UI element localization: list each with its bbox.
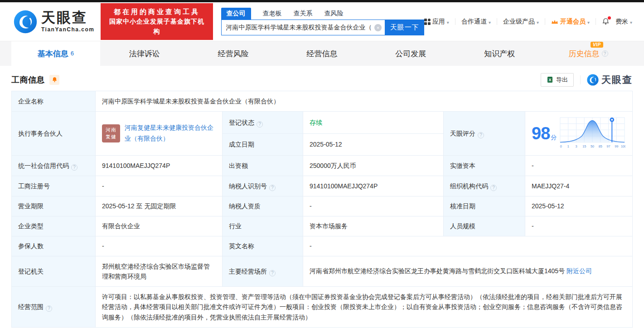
reg-status-label-text: 登记状态: [229, 119, 254, 126]
reg-status-value: 存续: [303, 112, 444, 134]
help-icon[interactable]: [602, 50, 608, 57]
executive-partner-label: 执行事务合伙人: [12, 112, 96, 156]
company-name-label: 企业名称: [12, 91, 96, 112]
approval-date-label: 核准日期: [444, 196, 525, 216]
notifications-bell[interactable]: [602, 18, 610, 25]
help-icon[interactable]: [490, 185, 497, 191]
chevron-down-icon: [587, 18, 590, 25]
reg-authority-label: 登记机关: [12, 256, 96, 287]
business-address-value: 河南省郑州市航空港经济综合实验区龙王办事处黄海路与雪鹤北街交叉口医科城大厦140…: [310, 267, 565, 275]
search-area: 查公司 查老板 查关系 查风险 天眼一下: [221, 8, 424, 35]
staff-size-label: 人员规模: [444, 216, 525, 236]
nav-channel-label: 合作通道: [461, 18, 487, 26]
search-tab-risk[interactable]: 查风险: [324, 10, 344, 20]
nav-divider: [497, 18, 497, 25]
score-unit: 分: [551, 133, 557, 142]
nav-open-vip[interactable]: 开通会员: [551, 18, 590, 26]
chevron-down-icon: [447, 18, 449, 25]
nav-user[interactable]: 费米: [615, 18, 632, 26]
taxpayer-id-label-text: 纳税人识别号: [229, 182, 267, 190]
business-address-cell: 河南省郑州市航空港经济综合实验区龙王办事处黄海路与雪鹤北街交叉口医科城大厦140…: [303, 256, 633, 287]
excel-icon: X: [547, 76, 553, 83]
tianyancha-logo-icon: [14, 10, 37, 34]
english-name-value: -: [303, 236, 633, 256]
taxpayer-id-label: 纳税人识别号: [223, 176, 303, 196]
company-type-value: 有限合伙企业: [96, 216, 223, 236]
tab-operation-risk[interactable]: 经营风险: [189, 41, 278, 66]
nav-enterprise[interactable]: 企业级产品: [503, 18, 539, 26]
tianyancha-logo-icon: [587, 74, 599, 86]
taxpayer-quality-value: -: [303, 196, 444, 216]
site-header: 天眼查 TianYanCha.com 都在用的商业查询工具 国家中小企业发展子基…: [0, 2, 644, 41]
company-name-value: 河南中原医学科学城星未来股权投资基金合伙企业（有限合伙）: [96, 91, 633, 112]
search-button[interactable]: 天眼一下: [385, 20, 424, 35]
search-input-wrap: [221, 20, 385, 35]
header-nav: 应用 合作通道 企业级产品 开通会员: [424, 18, 632, 26]
tab-history-info[interactable]: 历史信息 VIP: [544, 41, 633, 66]
watermark-logo: 天眼查: [587, 74, 633, 86]
partner-company-link[interactable]: 河南复健星未来健康投资合伙企业（有限合伙）: [125, 123, 216, 144]
notification-dot: [608, 16, 611, 20]
nav-divider: [545, 18, 545, 25]
business-address-label-text: 主要经营场所: [229, 268, 267, 275]
tab-legal[interactable]: 法律诉讼: [100, 41, 189, 66]
insured-count-label: 参保人数: [12, 236, 96, 256]
export-button[interactable]: X 导出: [541, 73, 574, 87]
help-icon[interactable]: [71, 164, 77, 171]
business-term-value: 2025-05-12 至 无固定期限: [96, 196, 223, 216]
search-tab-relation[interactable]: 查关系: [294, 10, 313, 20]
score-label: 天眼评分: [444, 112, 525, 156]
paid-capital-label: 实缴资本: [444, 156, 525, 176]
subscribe-bell-button[interactable]: [49, 75, 59, 85]
promo-banner: 都在用的商业查询工具 国家中小企业发展子基金旗下机构: [101, 3, 213, 40]
section-header-actions: X 导出 天眼查: [541, 73, 633, 87]
search-input[interactable]: [222, 20, 385, 35]
capital-label: 出资额: [223, 156, 303, 176]
help-icon[interactable]: [46, 305, 52, 312]
executive-partner-cell: 河南 复健 河南复健星未来健康投资合伙企业（有限合伙）: [96, 112, 223, 156]
tab-intellectual-property-label: 知识产权: [484, 49, 515, 59]
nav-channel[interactable]: 合作通道: [461, 18, 491, 26]
help-icon[interactable]: [257, 121, 263, 128]
nav-enterprise-label: 企业级产品: [503, 18, 535, 26]
capital-value: 250000万人民币: [303, 156, 444, 176]
industry-label: 行业: [223, 216, 303, 236]
nav-open-vip-label: 开通会员: [560, 18, 586, 26]
score-label-text: 天眼评分: [450, 130, 475, 137]
vip-badge: VIP: [591, 42, 603, 48]
search-tab-boss[interactable]: 查老板: [263, 10, 282, 20]
axis-tick: 3: [576, 144, 577, 148]
nav-apps[interactable]: 应用: [424, 18, 449, 26]
help-icon[interactable]: [269, 185, 276, 191]
partner-logo-line2: 复健: [106, 133, 116, 140]
taxpayer-id-value: 91410100MAEJJQ274P: [303, 176, 444, 196]
help-icon[interactable]: [478, 132, 484, 138]
search-tab-company[interactable]: 查公司: [221, 8, 251, 20]
tab-intellectual-property[interactable]: 知识产权: [455, 41, 544, 66]
nearby-companies-link[interactable]: 附近公司: [567, 267, 592, 275]
tab-company-development[interactable]: 公司发展: [366, 41, 455, 66]
logo-texts: 天眼查 TianYanCha.com: [41, 10, 94, 32]
table-row: 统一社会信用代码 91410100MAEJJQ274P 出资额 250000万人…: [12, 156, 633, 176]
section-header: 工商信息 X 导出 天眼查: [0, 66, 644, 91]
score-value: 98: [532, 120, 550, 147]
score-cell: 98 分: [525, 112, 633, 156]
clear-input-icon[interactable]: [374, 24, 382, 31]
establish-date-value: 2025-05-12: [303, 133, 444, 156]
export-label: 导出: [556, 76, 568, 84]
tab-basic-info[interactable]: 基本信息 6: [11, 41, 100, 66]
insured-count-value: -: [96, 236, 223, 256]
tab-company-development-label: 公司发展: [395, 49, 426, 59]
bell-icon: [52, 77, 58, 83]
tab-operation-info[interactable]: 经营信息: [278, 41, 367, 66]
org-code-label: 组织机构代码: [444, 176, 525, 196]
partner-logo-line1: 河南: [106, 127, 116, 133]
industry-value: 资本市场服务: [303, 216, 444, 236]
site-logo[interactable]: 天眼查 TianYanCha.com: [14, 10, 94, 34]
partner-company-logo: 河南 复健: [102, 124, 120, 142]
promo-line2: 国家中小企业发展子基金旗下机构: [106, 17, 207, 36]
table-row: 参保人数 - 英文名称 -: [12, 236, 633, 256]
tab-basic-info-count: 6: [71, 50, 74, 57]
tab-operation-info-label: 经营信息: [307, 49, 338, 59]
help-icon[interactable]: [269, 270, 276, 276]
